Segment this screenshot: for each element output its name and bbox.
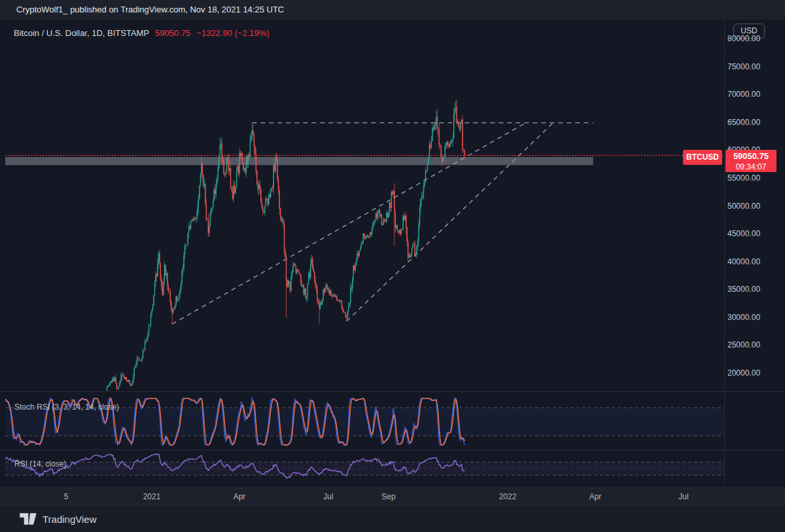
time-tick: Jul (323, 492, 333, 501)
time-tick: Jul (678, 492, 688, 501)
price-tick: 45000.00 (727, 229, 760, 238)
tradingview-brand-link[interactable]: TradingView (20, 512, 97, 526)
attribution-bar: CryptoWolf1_ published on TradingView.co… (0, 0, 785, 20)
price-tick: 30000.00 (727, 313, 760, 322)
price-tick: 80000.00 (727, 34, 760, 43)
price-tick: 65000.00 (727, 118, 760, 127)
time-tick: Apr (589, 492, 602, 501)
stoch-rsi-label: Stoch RSI (3, 3, 14, 14, close) (14, 402, 119, 412)
rsi-label: RSI (14, close) (14, 459, 66, 469)
attribution-text: CryptoWolf1_ published on TradingView.co… (16, 5, 284, 14)
time-tick: 5 (64, 492, 69, 501)
symbol-title: Bitcoin / U.S. Dollar, 1D, BITSTAMP (14, 28, 149, 38)
price-tick: 40000.00 (727, 257, 760, 266)
time-tick: Apr (234, 492, 246, 501)
price-tick: 20000.00 (727, 368, 760, 378)
time-tick: 2022 (499, 492, 517, 501)
symbol-legend: Bitcoin / U.S. Dollar, 1D, BITSTAMP59050… (14, 28, 270, 38)
tradingview-snapshot: CryptoWolf1_ published on TradingView.co… (0, 0, 785, 532)
time-tick: 2021 (143, 492, 161, 501)
time-axis[interactable]: 52021AprJulSep2022AprJul (0, 488, 785, 506)
time-tick: Sep (381, 492, 395, 501)
price-tick: 75000.00 (727, 62, 760, 71)
chart-area[interactable] (0, 20, 785, 506)
price-tick: 70000.00 (727, 90, 760, 99)
legend-last-price: 59050.75 (155, 28, 190, 38)
price-tick: 50000.00 (727, 202, 760, 211)
legend-change: −1322.90 (−2.19%) (196, 28, 269, 38)
btcusd-price-line-tag: BTCUSD (683, 150, 722, 165)
tradingview-brand-text: TradingView (43, 514, 97, 525)
price-tick: 35000.00 (727, 285, 760, 294)
footer-bar: TradingView (0, 506, 785, 532)
last-price-value: 59050.75 (725, 151, 776, 162)
price-tick: 55000.00 (727, 173, 760, 183)
price-tick: 25000.00 (727, 340, 760, 349)
tradingview-logo-icon (20, 512, 37, 526)
last-price-tag: 59050.75 09:34:07 (725, 150, 776, 172)
bar-close-countdown: 09:34:07 (725, 162, 776, 171)
